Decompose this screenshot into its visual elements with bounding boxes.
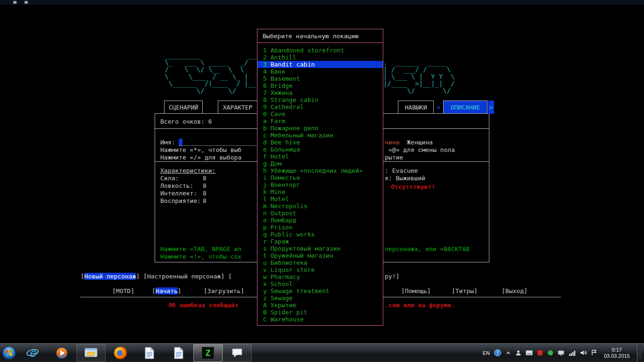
location-hotkey: j <box>263 181 267 188</box>
tab-skills[interactable]: НАВЫКИ <box>398 101 434 114</box>
location-item[interactable]: v Liquor store <box>257 266 383 273</box>
help-button[interactable]: [Помощь] <box>401 287 431 295</box>
location-item[interactable]: 9 Cathedral <box>257 103 383 110</box>
credits-button[interactable]: [Титры] <box>452 287 478 295</box>
taskbar-document-2[interactable] <box>164 344 193 362</box>
location-label: Sewage <box>267 295 293 302</box>
location-item[interactable]: h Убежище «последних людей» <box>257 167 383 174</box>
location-item[interactable]: k Mine <box>257 188 383 195</box>
load-button[interactable]: [Загрузить] <box>204 287 244 295</box>
location-item[interactable]: 2 Anthill <box>257 54 383 61</box>
location-item[interactable]: r Гараж <box>257 238 383 245</box>
tab-next-arrow-icon[interactable]: > <box>488 101 494 114</box>
location-item[interactable]: s Продуктовый магазин <box>257 245 383 252</box>
gender-female[interactable]: Женщина <box>407 139 433 146</box>
location-item[interactable]: e Больница <box>257 146 383 153</box>
location-item[interactable]: d Bee hive <box>257 139 383 146</box>
location-label: Ломбард <box>267 217 297 224</box>
display-icon[interactable] <box>558 350 564 356</box>
taskbar-z-terminal[interactable]: Z <box>193 344 223 362</box>
location-item[interactable]: 4 Банк <box>257 68 383 75</box>
help-icon[interactable]: ? <box>494 349 501 356</box>
location-item[interactable]: z Sewage <box>257 295 383 302</box>
location-item[interactable]: f Hotel <box>257 153 383 160</box>
taskbar-document-1[interactable] <box>135 344 164 362</box>
tab-character[interactable]: ХАРАКТЕР <box>218 101 257 114</box>
location-item[interactable]: 5 Basement <box>257 75 383 82</box>
location-item[interactable]: 3 Bandit cabin <box>257 61 383 68</box>
location-item[interactable]: j Военторг <box>257 181 383 188</box>
start-button-orb[interactable] <box>0 344 18 362</box>
location-item[interactable]: y Sewage treatment <box>257 287 383 295</box>
keyboard-icon[interactable] <box>526 350 533 355</box>
language-indicator[interactable]: EN <box>483 350 490 356</box>
location-hotkey: x <box>263 280 267 287</box>
new-character-button[interactable]: Новый персонаж <box>84 273 136 280</box>
location-item[interactable]: b Пожарное депо <box>257 125 383 132</box>
location-item[interactable]: t Оружейный магазин <box>257 252 383 259</box>
network-signal-icon[interactable] <box>569 350 576 356</box>
antivirus-alert-icon[interactable] <box>537 350 543 356</box>
tab-description[interactable]: ОПИСАНИЕ <box>443 101 487 114</box>
location-item[interactable]: 7 Хижина <box>257 89 383 96</box>
volume-icon[interactable] <box>580 350 587 356</box>
location-item[interactable]: w Pharmacy <box>257 273 383 280</box>
location-hotkey: r <box>263 238 267 245</box>
location-item[interactable]: o Ломбард <box>257 217 383 224</box>
stat-strength-label: Сила: <box>160 175 179 182</box>
location-label: Warehouse <box>267 316 304 323</box>
custom-character-button[interactable]: ] [Настроенный персонаж] [ <box>136 273 232 280</box>
location-label: Spider pit <box>267 309 307 316</box>
terminal-window-titlebar <box>0 0 644 5</box>
location-item[interactable]: 6 Bridge <box>257 82 383 89</box>
taskbar-messenger[interactable] <box>223 344 252 362</box>
messenger-tray-icon[interactable] <box>547 350 553 356</box>
location-item[interactable]: A Укрытие <box>257 302 383 309</box>
location-item[interactable]: C Warehouse <box>257 316 383 323</box>
taskbar-media-player[interactable] <box>47 344 76 362</box>
show-hidden-icons-chevron-icon[interactable] <box>505 350 511 356</box>
location-item[interactable]: g Дом <box>257 160 383 167</box>
location-item[interactable]: 0 Cave <box>257 110 383 118</box>
location-item[interactable]: B Spider pit <box>257 309 383 316</box>
stat-intelligence-label: Интеллект: <box>160 190 197 197</box>
action-center-flag-icon[interactable] <box>591 350 597 356</box>
location-item[interactable]: l Motel <box>257 195 383 202</box>
help-save-hint: Нажмите «!», чтобы сох <box>160 253 241 260</box>
start-location-dialog: Выберите начальную локацию 1 Abandoned s… <box>257 29 383 326</box>
taskbar-firefox[interactable] <box>106 344 135 362</box>
quit-button[interactable]: [Выход] <box>502 287 528 295</box>
tray-clock[interactable]: 0:17 03.03.2015 <box>601 347 633 359</box>
location-item[interactable]: m Necropolis <box>257 202 383 210</box>
taskbar-internet-explorer[interactable]: e <box>18 344 47 362</box>
location-label: Bee hive <box>267 139 300 146</box>
start-button[interactable]: [Начать] <box>152 287 182 295</box>
location-hotkey: 5 <box>263 75 267 82</box>
location-item[interactable]: c Мебельный магазин <box>257 132 383 139</box>
help-tab-hint-right: персонажа, или «BACKTAB <box>385 245 470 253</box>
location-item[interactable]: i Поместье <box>257 174 383 181</box>
internet-explorer-icon: e <box>26 346 39 360</box>
gender-male-fragment[interactable]: чина <box>385 139 399 146</box>
location-item[interactable]: q Public works <box>257 231 383 238</box>
location-label: Pharmacy <box>267 273 300 280</box>
user-person-icon[interactable] <box>515 350 521 356</box>
tab-prev-arrow-icon[interactable]: < <box>437 104 440 111</box>
location-item[interactable]: 8 Strange cabin <box>257 96 383 103</box>
location-hotkey: q <box>263 231 267 238</box>
location-item[interactable]: a Farm <box>257 118 383 125</box>
motd-button[interactable]: [MOTD] <box>112 287 134 295</box>
location-item[interactable]: u Библиотека <box>257 259 383 266</box>
show-desktop-button[interactable] <box>637 344 642 362</box>
location-hotkey: 6 <box>263 82 267 89</box>
name-field[interactable]: Имя: _____________________ <box>160 139 256 146</box>
location-hotkey: 1 <box>263 47 267 54</box>
taskbar-file-explorer[interactable] <box>76 344 106 362</box>
tab-scenario[interactable]: СЦЕНАРИЙ <box>164 101 203 114</box>
location-hotkey: a <box>263 118 267 125</box>
location-item[interactable]: 1 Abandoned storefront <box>257 47 383 54</box>
location-item[interactable]: p Prison <box>257 224 383 231</box>
location-item[interactable]: n Outpost <box>257 210 383 217</box>
location-item[interactable]: x School <box>257 280 383 287</box>
location-label: Farm <box>267 118 285 125</box>
